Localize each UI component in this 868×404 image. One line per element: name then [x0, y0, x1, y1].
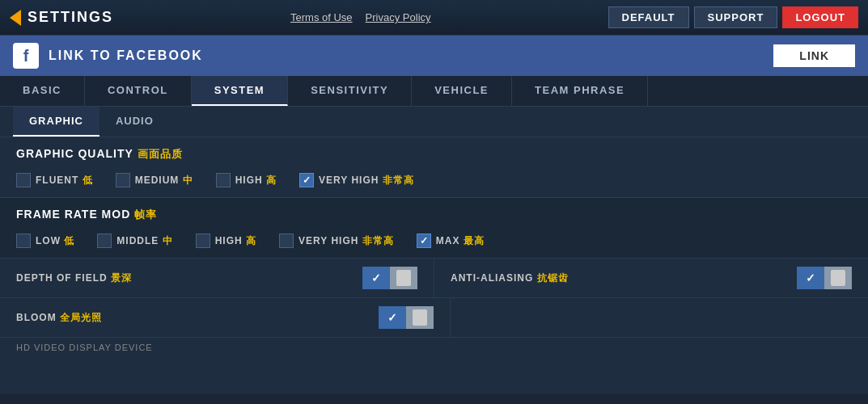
depth-of-field-toggle[interactable] — [362, 267, 417, 289]
privacy-policy-link[interactable]: Privacy Policy — [366, 11, 431, 23]
quality-medium-label: MEDIUM 中 — [135, 174, 193, 187]
depth-of-field-slider[interactable] — [390, 267, 417, 289]
header: SETTINGS Terms of Use Privacy Policy DEF… — [0, 0, 868, 36]
quality-high-label: HIGH 高 — [235, 174, 277, 187]
header-buttons: DEFAULT SUPPORT LOGOUT — [608, 6, 858, 28]
framerate-middle-label: MIDDLE 中 — [116, 234, 172, 248]
tab-team-phrase[interactable]: TEAM PHRASE — [512, 76, 648, 106]
partial-row: HD VIDEO DISPLAY DEVICE — [0, 338, 868, 357]
framerate-max-checkbox[interactable] — [417, 234, 431, 248]
tab-system[interactable]: SYSTEM — [192, 76, 288, 106]
bloom-toggle[interactable] — [379, 306, 434, 329]
depth-of-field-row: DEPTH OF FIELD 景深 — [0, 259, 434, 297]
bloom-check[interactable] — [379, 306, 406, 329]
framerate-low-label: LOW 低 — [36, 234, 74, 248]
framerate-veryhigh: VERY HIGH 非常高 — [279, 234, 394, 248]
framerate-middle: MIDDLE 中 — [97, 234, 172, 248]
quality-high-checkbox[interactable] — [216, 173, 231, 187]
bloom-row: BLOOM 全局光照 — [0, 298, 451, 337]
anti-aliasing-row: Anti-Aliasing 抗锯齿 — [434, 259, 868, 297]
quality-veryhigh-label: VERY HIGH 非常高 — [319, 174, 414, 187]
frame-rate-section: FRAME RATE MOD 帧率 LOW 低 MIDDLE 中 — [0, 198, 868, 259]
header-links: Terms of Use Privacy Policy — [290, 11, 431, 23]
tab-sensitivity[interactable]: SENSITIVITY — [288, 76, 412, 106]
tab-basic[interactable]: BASIC — [0, 76, 85, 106]
depth-of-field-label: DEPTH OF FIELD 景深 — [16, 271, 362, 285]
subtab-graphic[interactable]: GRAPHIC — [13, 107, 100, 137]
framerate-max-label: MAX 最高 — [436, 234, 485, 248]
quality-fluent: FLUENT 低 — [16, 173, 93, 187]
empty-cell — [451, 298, 868, 337]
quality-high: HIGH 高 — [216, 173, 277, 187]
quality-fluent-label: FLUENT 低 — [36, 174, 93, 187]
framerate-low: LOW 低 — [16, 234, 74, 248]
quality-veryhigh-checkbox[interactable] — [299, 173, 314, 187]
facebook-bar: f LINK TO FACEBOOK LINK — [0, 36, 868, 76]
link-button[interactable]: LINK — [773, 44, 855, 67]
depth-of-field-check[interactable] — [362, 267, 390, 289]
content-area: GRAPHIC QUALITY 画面品质 FLUENT 低 MEDIUM 中 — [0, 137, 868, 394]
tab-vehicle[interactable]: VEHICLE — [412, 76, 512, 106]
page-title: SETTINGS — [28, 9, 113, 26]
framerate-veryhigh-label: VERY HIGH 非常高 — [299, 234, 394, 248]
frame-rate-options: LOW 低 MIDDLE 中 HIGH 高 — [16, 234, 852, 248]
toggle-row-2: BLOOM 全局光照 — [0, 298, 868, 338]
facebook-icon: f — [13, 43, 39, 69]
terms-of-use-link[interactable]: Terms of Use — [290, 11, 353, 23]
graphic-quality-title: GRAPHIC QUALITY 画面品质 — [16, 147, 852, 162]
framerate-high-label: HIGH 高 — [215, 234, 256, 248]
quality-medium-checkbox[interactable] — [116, 173, 130, 187]
bloom-label: BLOOM 全局光照 — [16, 311, 379, 325]
graphic-quality-section: GRAPHIC QUALITY 画面品质 FLUENT 低 MEDIUM 中 — [0, 137, 868, 198]
main-tabs: BASIC CONTROL SYSTEM SENSITIVITY VEHICLE… — [0, 76, 868, 107]
graphic-quality-options: FLUENT 低 MEDIUM 中 HIGH 高 — [16, 173, 852, 187]
framerate-middle-checkbox[interactable] — [97, 234, 112, 248]
facebook-link-text: LINK TO FACEBOOK — [49, 48, 764, 63]
framerate-high-checkbox[interactable] — [196, 234, 210, 248]
tab-control[interactable]: CONTROL — [85, 76, 192, 106]
framerate-low-checkbox[interactable] — [16, 234, 31, 248]
toggle-row-1: DEPTH OF FIELD 景深 Anti-Aliasing 抗锯齿 — [0, 259, 868, 298]
framerate-high: HIGH 高 — [196, 234, 256, 248]
back-arrow-icon[interactable] — [10, 10, 21, 26]
logout-button[interactable]: LOGOUT — [782, 6, 858, 28]
anti-aliasing-check[interactable] — [797, 267, 824, 289]
default-button[interactable]: DEFAULT — [608, 6, 689, 28]
sub-tabs: GRAPHIC AUDIO — [0, 107, 868, 137]
framerate-veryhigh-checkbox[interactable] — [279, 234, 294, 248]
quality-fluent-checkbox[interactable] — [16, 173, 31, 187]
frame-rate-title: FRAME RATE MOD 帧率 — [16, 208, 852, 222]
quality-medium: MEDIUM 中 — [116, 173, 193, 187]
subtab-audio[interactable]: AUDIO — [100, 107, 170, 137]
framerate-max: MAX 最高 — [417, 234, 485, 248]
bloom-slider[interactable] — [406, 306, 434, 329]
support-button[interactable]: SUPPORT — [694, 6, 778, 28]
anti-aliasing-slider[interactable] — [824, 267, 852, 289]
anti-aliasing-toggle[interactable] — [797, 267, 852, 289]
anti-aliasing-label: Anti-Aliasing 抗锯齿 — [451, 271, 797, 285]
quality-veryhigh: VERY HIGH 非常高 — [299, 173, 414, 187]
header-left: SETTINGS — [10, 9, 113, 26]
